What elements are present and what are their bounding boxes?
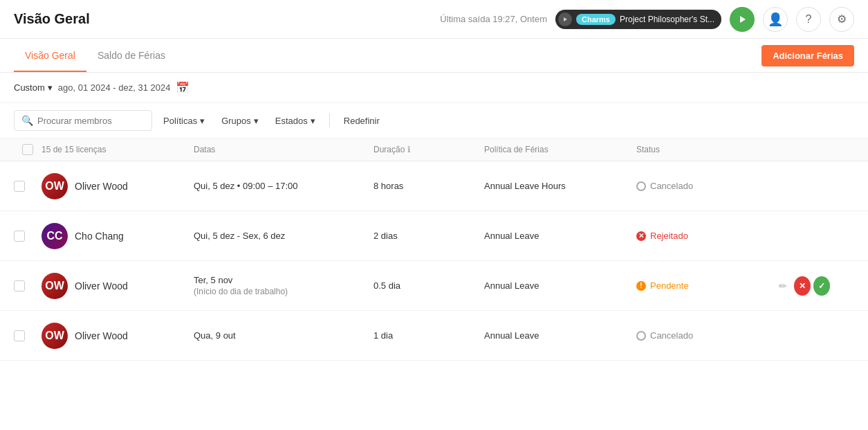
dates-cell: Qua, 9 out — [194, 330, 373, 341]
svg-marker-1 — [740, 16, 746, 23]
row-checkbox[interactable] — [14, 330, 25, 341]
start-timer-button[interactable] — [730, 7, 755, 32]
member-cell: CC Cho Chang — [41, 223, 194, 249]
row-checkbox-col — [14, 181, 41, 192]
dates-main: Qua, 9 out — [194, 330, 373, 341]
avatar-initials: OW — [41, 323, 68, 349]
project-name: Project Philosopher's St... — [620, 15, 714, 24]
status-cell: ! Pendente — [636, 280, 775, 291]
tab-saldo-ferias[interactable]: Saldo de Férias — [86, 39, 176, 72]
member-cell: OW Oliver Wood — [41, 173, 194, 199]
col-header-dates: Datas — [194, 145, 373, 154]
select-all-checkbox-col — [14, 144, 41, 155]
dates-cell: Qui, 5 dez - Sex, 6 dez — [194, 231, 373, 241]
search-icon: 🔍 — [21, 115, 33, 126]
search-filter-bar: 🔍 Políticas ▾ Grupos ▾ Estados ▾ Redefin… — [0, 103, 868, 138]
member-name: Oliver Wood — [75, 181, 128, 192]
row-checkbox[interactable] — [14, 280, 25, 292]
status-label: Pendente — [650, 280, 689, 291]
policies-filter-button[interactable]: Políticas ▾ — [158, 111, 210, 130]
help-icon: ? — [806, 13, 812, 26]
avatar-initials: OW — [41, 273, 68, 299]
table-body: OW Oliver Wood Qui, 5 dez • 09:00 – 17:0… — [0, 161, 868, 361]
groups-filter-button[interactable]: Grupos ▾ — [216, 111, 264, 130]
project-badge: Charms Project Philosopher's St... — [555, 10, 721, 29]
member-cell: OW Oliver Wood — [41, 273, 194, 299]
dates-main: Qui, 5 dez - Sex, 6 dez — [194, 231, 373, 241]
header-right: Última saída 19:27, Ontem Charms Project… — [440, 7, 854, 32]
settings-button[interactable]: ⚙ — [829, 7, 854, 32]
duration-cell: 2 dias — [373, 231, 484, 241]
dates-cell: Qui, 5 dez • 09:00 – 17:00 — [194, 181, 373, 191]
calendar-icon[interactable]: 📅 — [176, 81, 190, 94]
tabs-bar: Visão Geral Saldo de Férias Adicionar Fé… — [0, 39, 868, 73]
help-button[interactable]: ? — [796, 7, 821, 32]
policy-cell: Annual Leave — [484, 231, 636, 241]
action-buttons: ✏ ✕ ✓ — [775, 276, 830, 296]
table-row: CC Cho Chang Qui, 5 dez - Sex, 6 dez 2 d… — [0, 211, 868, 261]
member-name: Oliver Wood — [75, 280, 128, 292]
col-header-status: Status — [636, 145, 775, 154]
user-profile-button[interactable]: 👤 — [763, 7, 788, 32]
app-header: Visão Geral Última saída 19:27, Ontem Ch… — [0, 0, 868, 39]
status-label: Cancelado — [650, 330, 693, 341]
status-label: Cancelado — [650, 181, 693, 191]
date-range-label: ago, 01 2024 - dez, 31 2024 — [58, 82, 171, 93]
dates-main: Qui, 5 dez • 09:00 – 17:00 — [194, 181, 373, 191]
col-header-duration: Duração ℹ — [373, 145, 484, 154]
duration-cell: 1 dia — [373, 330, 484, 341]
status-label: Rejeitado — [650, 231, 688, 241]
duration-cell: 8 horas — [373, 181, 484, 191]
chevron-down-icon: ▾ — [48, 82, 53, 93]
reject-button[interactable]: ✕ — [794, 276, 811, 296]
table-row: OW Oliver Wood Ter, 5 nov (Início do dia… — [0, 261, 868, 311]
states-filter-button[interactable]: Estados ▾ — [270, 111, 321, 130]
policy-cell: Annual Leave — [484, 280, 636, 291]
tab-list: Visão Geral Saldo de Férias — [14, 39, 176, 72]
col-header-policy: Política de Férias — [484, 145, 636, 154]
avatar: OW — [41, 273, 68, 299]
reset-button[interactable]: Redefinir — [338, 111, 385, 130]
chevron-down-icon: ▾ — [254, 116, 259, 126]
groups-label: Grupos — [221, 116, 251, 126]
info-icon: ℹ — [407, 145, 411, 154]
row-checkbox-col — [14, 330, 41, 341]
duration-cell: 0.5 dia — [373, 280, 484, 291]
policy-cell: Annual Leave Hours — [484, 181, 636, 191]
add-ferias-button[interactable]: Adicionar Férias — [761, 45, 854, 66]
row-checkbox[interactable] — [14, 181, 25, 192]
member-cell: OW Oliver Wood — [41, 323, 194, 349]
dates-sub: (Início do dia de trabalho) — [194, 287, 373, 296]
avatar: OW — [41, 323, 68, 349]
table-row: OW Oliver Wood Qui, 5 dez • 09:00 – 17:0… — [0, 161, 868, 211]
row-checkbox[interactable] — [14, 231, 25, 242]
custom-label: Custom — [14, 82, 45, 93]
col-header-count: 15 de 15 licenças — [41, 145, 194, 154]
row-checkbox-col — [14, 231, 41, 242]
status-cell: ✕ Rejeitado — [636, 231, 775, 241]
last-exit-label: Última saída 19:27, Ontem — [440, 14, 547, 24]
avatar-initials: OW — [41, 173, 68, 199]
select-all-checkbox[interactable] — [22, 144, 33, 155]
date-filters: Custom ▾ ago, 01 2024 - dez, 31 2024 📅 — [0, 73, 868, 103]
chevron-down-icon: ▾ — [200, 116, 205, 126]
avatar: OW — [41, 173, 68, 199]
status-dot-rejected: ✕ — [636, 231, 646, 241]
policies-label: Políticas — [163, 116, 197, 126]
search-input[interactable] — [37, 116, 145, 126]
status-dot-cancelled — [636, 181, 646, 191]
status-cell: Cancelado — [636, 330, 775, 341]
avatar: CC — [41, 223, 68, 249]
status-dot-cancelled — [636, 331, 646, 341]
status-cell: Cancelado — [636, 181, 775, 191]
tab-visao-geral[interactable]: Visão Geral — [14, 39, 86, 72]
page-title: Visão Geral — [14, 11, 90, 27]
settings-icon: ⚙ — [837, 12, 847, 26]
search-wrap: 🔍 — [14, 110, 152, 131]
project-tag: Charms — [576, 14, 616, 25]
status-dot-pending: ! — [636, 281, 646, 291]
approve-button[interactable]: ✓ — [813, 276, 830, 296]
custom-period-button[interactable]: Custom ▾ — [14, 82, 53, 93]
edit-button[interactable]: ✏ — [775, 276, 791, 296]
dates-cell: Ter, 5 nov (Início do dia de trabalho) — [194, 275, 373, 296]
